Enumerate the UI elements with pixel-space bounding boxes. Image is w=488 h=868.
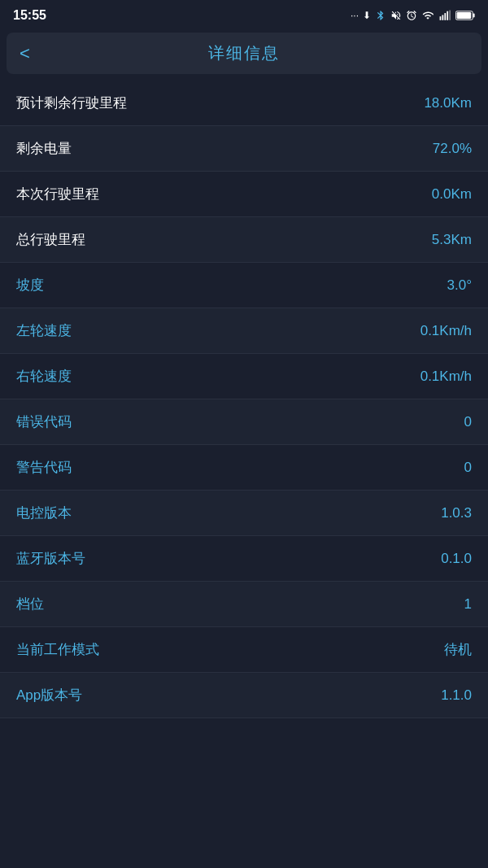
item-value: 0.0Km	[432, 186, 472, 203]
list-item: 当前工作模式待机	[0, 627, 488, 673]
mute-icon	[390, 10, 402, 21]
item-label: 电控版本	[16, 504, 72, 522]
item-label: 剩余电量	[16, 139, 72, 158]
item-label: 总行驶里程	[16, 230, 85, 249]
item-label: 右轮速度	[16, 367, 72, 386]
page-title: 详细信息	[208, 42, 280, 64]
item-value: 72.0%	[433, 141, 472, 157]
item-label: 本次行驶里程	[16, 185, 99, 203]
item-value: 待机	[444, 640, 472, 659]
detail-list: 预计剩余行驶里程18.0Km剩余电量72.0%本次行驶里程0.0Km总行驶里程5…	[0, 81, 488, 718]
svg-rect-7	[473, 14, 475, 18]
item-label: 左轮速度	[16, 321, 72, 340]
item-label: 警告代码	[16, 458, 72, 477]
item-label: 蓝牙版本号	[16, 549, 85, 568]
item-value: 0.1.0	[441, 551, 472, 567]
header: < 详细信息	[7, 33, 481, 74]
item-label: 预计剩余行驶里程	[16, 94, 127, 112]
item-label: 坡度	[16, 276, 44, 294]
list-item: 剩余电量72.0%	[0, 126, 488, 172]
item-value: 0	[464, 460, 472, 476]
svg-rect-3	[447, 11, 448, 20]
status-bar: 15:55 ··· ⬇	[0, 0, 488, 29]
list-item: 警告代码0	[0, 445, 488, 491]
list-item: 本次行驶里程0.0Km	[0, 172, 488, 217]
item-value: 0.1Km/h	[420, 323, 472, 339]
item-value: 3.0°	[447, 277, 472, 294]
bluetooth-icon: ⬇	[363, 10, 371, 21]
list-item: 电控版本1.0.3	[0, 491, 488, 536]
item-value: 0	[464, 414, 472, 430]
item-value: 0.1Km/h	[420, 369, 472, 385]
item-value: 1	[464, 596, 472, 613]
status-time: 15:55	[13, 8, 46, 23]
wifi-icon	[421, 10, 434, 21]
svg-rect-2	[444, 13, 446, 20]
svg-rect-1	[442, 15, 444, 20]
back-button[interactable]: <	[20, 45, 30, 63]
list-item: App版本号1.1.0	[0, 673, 488, 718]
item-value: 5.3Km	[432, 232, 472, 248]
list-item: 右轮速度0.1Km/h	[0, 354, 488, 399]
item-label: 档位	[16, 595, 44, 613]
alarm-icon	[406, 10, 417, 21]
svg-rect-4	[449, 11, 451, 20]
list-item: 总行驶里程5.3Km	[0, 217, 488, 263]
svg-rect-0	[440, 16, 442, 20]
list-item: 坡度3.0°	[0, 263, 488, 308]
list-item: 预计剩余行驶里程18.0Km	[0, 81, 488, 126]
signal-dots-icon: ···	[351, 10, 359, 21]
battery-icon	[455, 10, 475, 21]
list-item: 左轮速度0.1Km/h	[0, 308, 488, 354]
item-label: App版本号	[16, 686, 82, 704]
list-item: 错误代码0	[0, 399, 488, 445]
item-value: 1.1.0	[441, 687, 472, 704]
bluetooth-icon2	[375, 10, 386, 21]
item-value: 1.0.3	[441, 505, 472, 521]
item-label: 错误代码	[16, 412, 72, 431]
item-label: 当前工作模式	[16, 640, 99, 659]
svg-rect-6	[457, 12, 472, 19]
item-value: 18.0Km	[424, 95, 472, 111]
signal-icon	[438, 10, 451, 21]
list-item: 蓝牙版本号0.1.0	[0, 536, 488, 582]
list-item: 档位1	[0, 582, 488, 627]
status-icons: ··· ⬇	[351, 10, 475, 21]
